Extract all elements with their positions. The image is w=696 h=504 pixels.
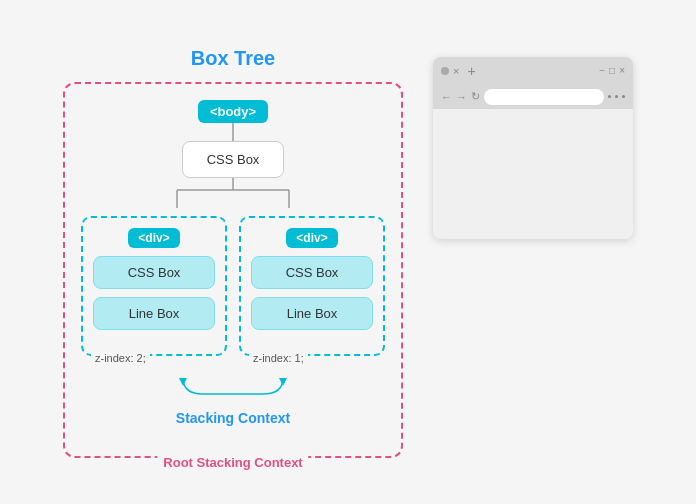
box-tree-section: Box Tree <body> CSS Box (63, 47, 403, 458)
browser-window: × + − □ × ← → ↻ (433, 57, 633, 239)
menu-icon (608, 95, 611, 98)
window-controls: − □ × (599, 65, 625, 76)
address-bar[interactable] (484, 89, 604, 105)
body-tag: <body> (198, 100, 268, 123)
browser-menu (608, 95, 625, 98)
svg-marker-6 (279, 378, 287, 386)
new-tab-icon[interactable]: + (467, 63, 475, 79)
body-tag-wrapper: <body> (198, 100, 268, 123)
right-div-tag: <div> (286, 228, 337, 248)
left-zindex-label: z-index: 2; (91, 352, 150, 364)
reload-button[interactable]: ↻ (471, 90, 480, 103)
root-stacking-context: <body> CSS Box (63, 82, 403, 458)
box-tree-title: Box Tree (63, 47, 403, 70)
maximize-win-icon[interactable]: □ (609, 65, 615, 76)
root-stacking-label: Root Stacking Context (157, 455, 308, 470)
left-div-tag-wrapper: <div> (93, 228, 215, 256)
children-row: <div> CSS Box Line Box z-index: 2; <div>… (81, 216, 385, 356)
menu-icon (622, 95, 625, 98)
right-line-box: Line Box (251, 297, 373, 330)
browser-content (433, 109, 633, 239)
stacking-arrows-svg (113, 378, 353, 410)
minimize-win-icon[interactable]: − (599, 65, 605, 76)
left-div-tag: <div> (128, 228, 179, 248)
right-css-box: CSS Box (251, 256, 373, 289)
back-button[interactable]: ← (441, 91, 452, 103)
stacking-context-label: Stacking Context (81, 410, 385, 426)
top-node: <body> CSS Box (81, 100, 385, 208)
menu-icon (615, 95, 618, 98)
browser-toolbar: ← → ↻ (433, 85, 633, 109)
left-css-box: CSS Box (93, 256, 215, 289)
stacking-context-section: Stacking Context (81, 378, 385, 426)
main-container: Box Tree <body> CSS Box (43, 27, 653, 478)
left-line-box: Line Box (93, 297, 215, 330)
browser-controls: × + (441, 63, 476, 79)
right-div-tag-wrapper: <div> (251, 228, 373, 256)
left-stacking-context: <div> CSS Box Line Box z-index: 2; (81, 216, 227, 356)
body-to-cssbox-line (203, 123, 263, 141)
top-css-box: CSS Box (182, 141, 285, 178)
minimize-button[interactable] (441, 67, 449, 75)
fork-lines (133, 178, 333, 208)
right-stacking-context: <div> CSS Box Line Box z-index: 1; (239, 216, 385, 356)
right-zindex-label: z-index: 1; (249, 352, 308, 364)
close-icon: × (453, 65, 459, 77)
browser-titlebar: × + − □ × (433, 57, 633, 85)
svg-marker-5 (179, 378, 187, 386)
close-win-icon[interactable]: × (619, 65, 625, 76)
forward-button[interactable]: → (456, 91, 467, 103)
